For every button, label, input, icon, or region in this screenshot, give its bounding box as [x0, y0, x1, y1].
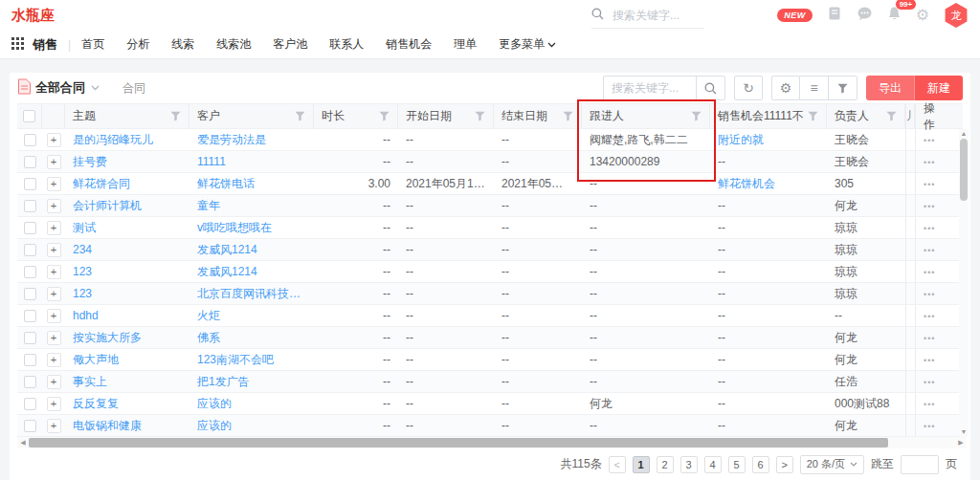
row-actions-button[interactable]: ••• [924, 356, 935, 365]
cell-theme[interactable]: 234 [65, 239, 189, 261]
filter-button[interactable] [829, 76, 858, 100]
col-customer[interactable]: 客户 [189, 104, 314, 128]
cell-customer[interactable]: 11111 [189, 151, 314, 173]
page-button-2[interactable]: 2 [657, 456, 674, 473]
col-follower[interactable]: 跟进人 [582, 104, 710, 128]
cell-customer[interactable]: 佛系 [189, 327, 314, 349]
cell-theme[interactable]: hdhd [65, 305, 189, 327]
page-button-5[interactable]: 5 [728, 456, 746, 473]
filter-funnel-icon[interactable] [808, 111, 818, 121]
select-all-checkbox[interactable] [23, 110, 35, 122]
refresh-button[interactable]: ↻ [734, 76, 763, 100]
cell-theme[interactable]: 事实上 [65, 371, 189, 393]
nav-app-label[interactable]: 销售 [33, 36, 57, 54]
cell-customer[interactable]: 发威风1214 [189, 261, 314, 283]
filter-funnel-icon[interactable] [691, 111, 702, 121]
filter-funnel-icon[interactable] [886, 111, 897, 121]
cell-customer[interactable]: 应该的 [189, 415, 314, 437]
nav-item-客户池[interactable]: 客户池 [273, 36, 307, 53]
expand-row-button[interactable]: + [47, 419, 61, 433]
row-actions-button[interactable]: ••• [924, 180, 935, 189]
cell-theme[interactable]: 测试 [65, 217, 189, 239]
new-badge[interactable]: NEW [777, 9, 813, 22]
expand-row-button[interactable]: + [47, 375, 61, 389]
filter-funnel-icon[interactable] [170, 111, 181, 121]
horizontal-scrollbar[interactable]: ◀ ▶ [17, 437, 967, 448]
row-actions-button[interactable]: ••• [924, 400, 935, 409]
expand-row-button[interactable]: + [47, 287, 61, 301]
cell-theme[interactable]: 挂号费 [65, 151, 189, 173]
scroll-right-arrow[interactable]: ▶ [955, 439, 967, 447]
col-start-date[interactable]: 开始日期 [398, 104, 494, 128]
col-theme[interactable]: 主题 [65, 104, 189, 128]
row-actions-button[interactable]: ••• [924, 224, 935, 233]
row-actions-button[interactable]: ••• [924, 312, 935, 321]
cell-theme[interactable]: 按实施大所多 [65, 327, 189, 349]
expand-row-button[interactable]: + [47, 133, 61, 147]
nav-item-线索池[interactable]: 线索池 [216, 36, 251, 53]
scroll-left-arrow[interactable]: ◀ [17, 439, 29, 447]
row-checkbox[interactable] [24, 354, 36, 366]
cell-customer[interactable]: 火炬 [189, 305, 314, 327]
prev-page-button[interactable]: < [609, 456, 626, 473]
nav-item-销售机会[interactable]: 销售机会 [386, 36, 432, 53]
row-checkbox[interactable] [24, 244, 36, 256]
row-checkbox[interactable] [24, 376, 36, 388]
col-end-date[interactable]: 结束日期 [494, 104, 582, 128]
cell-theme[interactable]: 儆大声地 [65, 349, 189, 371]
create-button[interactable]: 新建 [914, 76, 963, 100]
row-checkbox[interactable] [24, 222, 36, 234]
cell-customer[interactable]: 北京百度网讯科技有限公司 [189, 283, 314, 305]
cell-opportunity[interactable]: 鲜花饼机会 [710, 173, 827, 195]
cell-opportunity[interactable]: 附近的就 [710, 129, 827, 151]
cell-theme[interactable]: 会计师计算机 [65, 195, 189, 217]
cell-theme[interactable]: 鲜花饼合同 [65, 173, 189, 195]
row-actions-button[interactable]: ••• [924, 334, 935, 343]
expand-row-button[interactable]: + [47, 397, 61, 411]
cell-theme[interactable]: 123 [65, 283, 189, 305]
row-actions-button[interactable]: ••• [924, 246, 935, 255]
expand-row-button[interactable]: + [47, 177, 61, 191]
tab-contract[interactable]: 合同 [122, 80, 145, 97]
row-checkbox[interactable] [24, 156, 36, 168]
cell-customer[interactable]: 应该的 [189, 393, 314, 415]
page-size-select[interactable]: 20 条/页 [800, 455, 864, 474]
filter-funnel-icon[interactable] [475, 111, 485, 121]
scroll-down-arrow[interactable]: ▼ [959, 427, 969, 437]
expand-row-button[interactable]: + [47, 309, 61, 323]
cell-customer[interactable]: 鲜花饼电话 [189, 173, 314, 195]
nav-item-首页[interactable]: 首页 [81, 36, 104, 53]
view-selector[interactable]: 全部合同 [35, 79, 100, 97]
scroll-up-arrow[interactable]: ▲ [959, 129, 969, 139]
row-checkbox[interactable] [24, 420, 36, 432]
cell-customer[interactable]: 把1发广告 [189, 371, 314, 393]
nav-item-分析[interactable]: 分析 [126, 36, 149, 53]
row-actions-button[interactable]: ••• [924, 158, 935, 167]
columns-button[interactable]: ≡ [800, 76, 829, 100]
row-checkbox[interactable] [24, 398, 36, 410]
cell-customer[interactable]: 爱是劳动法是 [189, 129, 314, 151]
list-search-input[interactable] [604, 81, 696, 95]
settings-button[interactable]: ⚙ [771, 76, 800, 100]
list-search[interactable] [603, 76, 725, 100]
nav-item-理单[interactable]: 理单 [454, 36, 477, 53]
global-search[interactable] [591, 7, 704, 29]
row-checkbox[interactable] [24, 310, 36, 322]
cell-theme[interactable]: 反反复复 [65, 393, 189, 415]
expand-row-button[interactable]: + [47, 331, 61, 345]
expand-row-button[interactable]: + [47, 221, 61, 235]
col-duration[interactable]: 时长 [314, 104, 398, 128]
row-actions-button[interactable]: ••• [924, 422, 935, 431]
cell-theme[interactable]: 123 [65, 261, 189, 283]
row-actions-button[interactable]: ••• [924, 136, 935, 145]
row-actions-button[interactable]: ••• [924, 268, 935, 277]
cell-customer[interactable]: 发威风1214 [189, 239, 314, 261]
vertical-scrollbar[interactable]: ▲ ▼ [959, 129, 969, 437]
nav-item-线索[interactable]: 线索 [171, 36, 194, 53]
filter-funnel-icon[interactable] [295, 111, 305, 121]
vertical-scrollbar-thumb[interactable] [960, 139, 968, 201]
expand-row-button[interactable]: + [47, 353, 61, 367]
row-checkbox[interactable] [24, 332, 36, 344]
page-button-4[interactable]: 4 [704, 456, 722, 473]
cell-customer[interactable]: 童年 [189, 195, 314, 217]
